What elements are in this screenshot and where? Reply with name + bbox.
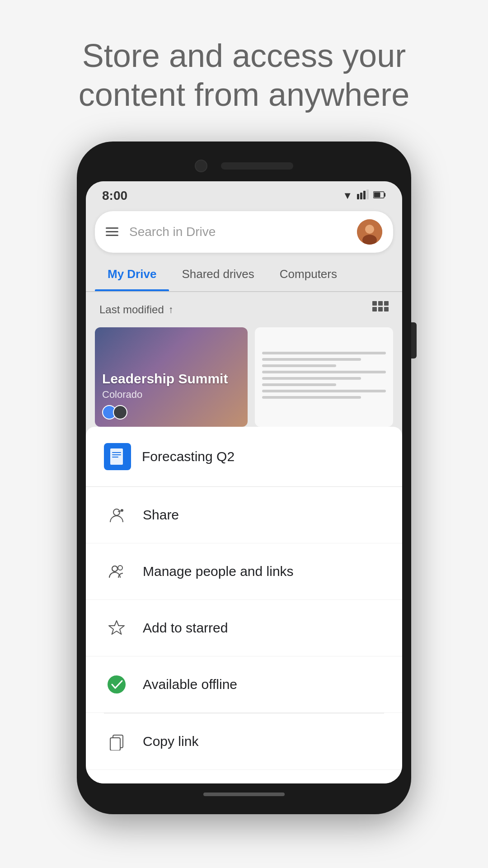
svg-rect-14: [378, 307, 383, 311]
file-card-document[interactable]: [255, 327, 393, 427]
view-toggle-icon[interactable]: [372, 301, 389, 318]
phone-screen: 8:00 ▼: [86, 181, 402, 783]
menu-item-copy-link[interactable]: Copy link: [86, 713, 402, 770]
sort-label[interactable]: Last modified ↑: [99, 303, 174, 316]
svg-marker-26: [109, 621, 124, 634]
leadership-title: Leadership Summit: [102, 371, 240, 387]
battery-icon: [373, 190, 386, 202]
doc-line-4: [262, 371, 386, 373]
svg-rect-29: [110, 738, 120, 750]
svg-rect-0: [357, 194, 359, 199]
svg-point-8: [365, 225, 374, 234]
leadership-bottom: [102, 405, 240, 420]
svg-rect-10: [372, 301, 377, 306]
add-starred-label: Add to starred: [143, 620, 228, 636]
doc-line-8: [262, 396, 361, 399]
phone-speaker: [221, 162, 293, 170]
menu-item-share[interactable]: Share: [86, 487, 402, 543]
sheet-file-name: Forecasting Q2: [142, 449, 235, 464]
file-card-leadership[interactable]: Leadership Summit Colorado: [95, 327, 248, 427]
svg-rect-11: [378, 301, 383, 306]
svg-rect-17: [112, 452, 121, 453]
sort-bar: Last modified ↑: [86, 292, 402, 327]
phone-body: 8:00 ▼: [77, 142, 411, 814]
svg-rect-6: [374, 192, 380, 197]
doc-line-5: [262, 377, 361, 380]
search-bar[interactable]: Search in Drive: [95, 211, 393, 253]
svg-point-21: [121, 509, 123, 512]
phone-camera: [195, 160, 207, 172]
doc-line-3: [262, 364, 336, 367]
avatar[interactable]: [357, 219, 382, 245]
svg-rect-18: [112, 454, 121, 455]
tab-computers[interactable]: Computers: [267, 257, 350, 291]
star-icon: [104, 615, 129, 641]
svg-rect-19: [112, 457, 118, 458]
tabs-container: My Drive Shared drives Computers: [86, 257, 402, 291]
svg-rect-12: [384, 301, 389, 306]
phone-wrapper: 8:00 ▼: [0, 142, 488, 814]
sheet-file-header: Forecasting Q2: [86, 427, 402, 487]
svg-rect-13: [372, 307, 377, 311]
svg-rect-1: [360, 193, 362, 199]
sort-label-text: Last modified: [99, 303, 164, 316]
manage-people-label: Manage people and links: [143, 564, 294, 579]
signal-icon: [357, 189, 369, 202]
hero-text: Store and access your content from anywh…: [0, 0, 488, 142]
hamburger-icon[interactable]: [106, 227, 118, 236]
status-bar: 8:00 ▼: [86, 181, 402, 207]
copy-icon: [104, 729, 129, 754]
wifi-icon: ▼: [343, 190, 352, 202]
tab-shared-drives[interactable]: Shared drives: [169, 257, 267, 291]
sheet-file-icon: [104, 443, 131, 470]
svg-point-20: [113, 509, 120, 515]
bottom-sheet: Forecasting Q2 Share: [86, 427, 402, 783]
check-circle-icon: [104, 672, 129, 697]
status-time: 8:00: [102, 189, 127, 203]
svg-point-24: [118, 566, 122, 570]
sort-arrow-icon: ↑: [169, 304, 174, 316]
search-placeholder: Search in Drive: [129, 225, 357, 239]
svg-line-22: [118, 511, 121, 512]
share-label: Share: [143, 507, 179, 523]
svg-point-25: [112, 566, 117, 571]
tab-my-drive[interactable]: My Drive: [95, 257, 169, 291]
svg-rect-3: [366, 189, 369, 199]
available-offline-label: Available offline: [143, 677, 237, 692]
svg-point-27: [108, 675, 126, 693]
svg-rect-5: [384, 193, 385, 197]
people-icon: [104, 559, 129, 584]
doc-line-1: [262, 352, 386, 354]
menu-item-manage-people[interactable]: Manage people and links: [86, 543, 402, 600]
doc-line-6: [262, 383, 336, 386]
doc-preview: [255, 344, 393, 410]
doc-line-7: [262, 390, 386, 392]
status-icons: ▼: [343, 189, 386, 202]
share-icon: [104, 502, 129, 528]
sheet-bottom-space: [86, 770, 402, 783]
doc-line-2: [262, 358, 361, 361]
phone-bottom: [86, 783, 402, 801]
home-indicator: [203, 793, 285, 796]
mini-avatar-2: [113, 405, 127, 420]
menu-item-available-offline[interactable]: Available offline: [86, 656, 402, 713]
leadership-subtitle: Colorado: [102, 389, 240, 401]
svg-rect-2: [363, 191, 366, 199]
files-grid: Leadership Summit Colorado: [86, 327, 402, 427]
side-button: [411, 322, 417, 359]
svg-rect-15: [384, 307, 389, 311]
copy-link-label: Copy link: [143, 734, 198, 749]
phone-top: [86, 155, 402, 181]
menu-item-add-starred[interactable]: Add to starred: [86, 600, 402, 656]
